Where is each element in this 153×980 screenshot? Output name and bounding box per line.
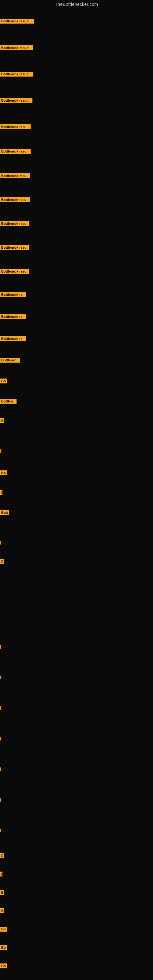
bottleneck-label: Bo <box>0 927 7 932</box>
bar-row: Bo <box>0 927 7 932</box>
bottleneck-label: Bottleneck re <box>0 292 26 297</box>
bar-row: Bottlenec <box>0 358 20 363</box>
bottleneck-label: Bo <box>0 945 7 950</box>
bar-row: E <box>0 559 4 564</box>
bar-row: Bo <box>0 379 7 383</box>
bottleneck-label: E <box>0 853 4 858</box>
bottleneck-label: Bottleneck result <box>0 72 33 76</box>
bar-row: Bo <box>0 945 7 950</box>
bottleneck-label: E <box>0 559 4 564</box>
site-title: TheBottlenecker.com <box>0 0 153 8</box>
bottleneck-label: B <box>0 418 4 423</box>
bar-row: Bottleneck resu <box>0 245 29 250</box>
bar-row-small <box>0 449 1 453</box>
bottleneck-label: Bott <box>0 510 9 515</box>
bottleneck-label: B <box>0 908 4 913</box>
bottleneck-label: Bottleneck re <box>0 314 26 319</box>
bar-row: Bo <box>0 470 7 475</box>
bar-row: E <box>0 890 4 895</box>
bar-line-small <box>0 449 1 453</box>
bar-row-small <box>0 676 1 679</box>
bar-row: | <box>0 490 2 495</box>
bar-row: Bottleneck resu <box>0 197 30 202</box>
bottleneck-label: Bottlenec <box>0 358 20 363</box>
bar-row: B <box>0 908 4 913</box>
bar-row: Bottleneck resu <box>0 221 29 226</box>
bar-row-small <box>0 737 1 740</box>
bar-row: Bottleneck result <box>0 72 33 76</box>
bottleneck-label: Bottleneck result <box>0 19 33 24</box>
bar-row: E <box>0 853 4 858</box>
bottleneck-label: | <box>0 872 2 877</box>
bottleneck-label: Bottleneck resu <box>0 173 30 178</box>
bar-line-small <box>0 798 1 802</box>
bar-row: Bottleneck resu <box>0 149 30 154</box>
bar-line-small <box>0 706 1 710</box>
bottleneck-label: Bottleneck resu <box>0 221 29 226</box>
bar-row: Bottlen <box>0 399 16 404</box>
bar-row: Bottleneck result <box>0 19 33 24</box>
bar-row: Bottleneck result <box>0 45 33 50</box>
bar-row-small <box>0 767 1 771</box>
bar-line-small <box>0 676 1 679</box>
bar-row: Bottleneck re <box>0 336 26 341</box>
bar-row: Bott <box>0 510 9 515</box>
bottleneck-label: E <box>0 890 4 895</box>
bar-row: Bo <box>0 964 7 968</box>
bottleneck-label: Bottleneck resu <box>0 197 30 202</box>
bottleneck-label: Bottleneck resu <box>0 124 30 129</box>
bottleneck-label: Bottleneck re <box>0 336 26 341</box>
bar-row: Bottleneck resu <box>0 124 30 129</box>
bottleneck-label: Bottleneck resu <box>0 149 30 154</box>
bar-line-small <box>0 767 1 771</box>
bar-line-small <box>0 737 1 740</box>
bar-row: B <box>0 418 4 423</box>
bar-row-small <box>0 706 1 710</box>
bar-row: | <box>0 872 2 877</box>
bar-line-small <box>0 829 1 832</box>
bottleneck-label: Bottleneck resu <box>0 269 29 274</box>
bar-row-small <box>0 645 1 649</box>
bar-row-small <box>0 829 1 832</box>
bar-row: Bottleneck re <box>0 314 26 319</box>
bottleneck-label: | <box>0 490 2 495</box>
bar-row-small <box>0 798 1 802</box>
bottleneck-label: Bottleneck result <box>0 98 32 103</box>
bar-row: Bottleneck re <box>0 292 26 297</box>
bar-row-small <box>0 541 1 544</box>
bottleneck-label: Bo <box>0 470 7 475</box>
bottleneck-label: Bo <box>0 964 7 968</box>
bottleneck-label: Bottlen <box>0 399 16 404</box>
bottleneck-label: Bottleneck result <box>0 45 33 50</box>
bar-row: Bottleneck result <box>0 98 32 103</box>
bottleneck-label: Bo <box>0 379 7 383</box>
bar-row: Bottleneck resu <box>0 173 30 178</box>
bar-line-small <box>0 541 1 544</box>
bar-row: Bottleneck resu <box>0 269 29 274</box>
bottleneck-label: Bottleneck resu <box>0 245 29 250</box>
bar-line-small <box>0 645 1 649</box>
